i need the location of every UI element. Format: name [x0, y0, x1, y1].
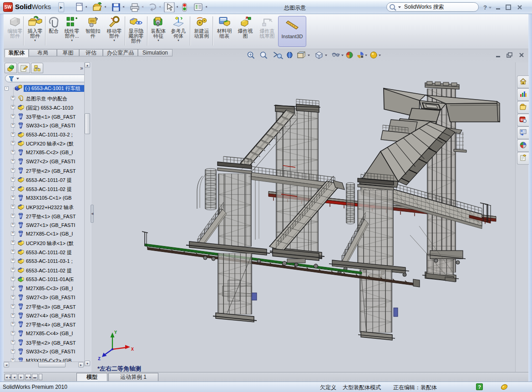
svg-text:Y: Y: [114, 330, 117, 335]
svg-text:?: ?: [483, 4, 487, 11]
svg-text:Z: Z: [98, 357, 101, 362]
svg-text:X: X: [131, 347, 134, 352]
svg-text:*左右二等角轴测: *左右二等角轴测: [97, 365, 141, 372]
